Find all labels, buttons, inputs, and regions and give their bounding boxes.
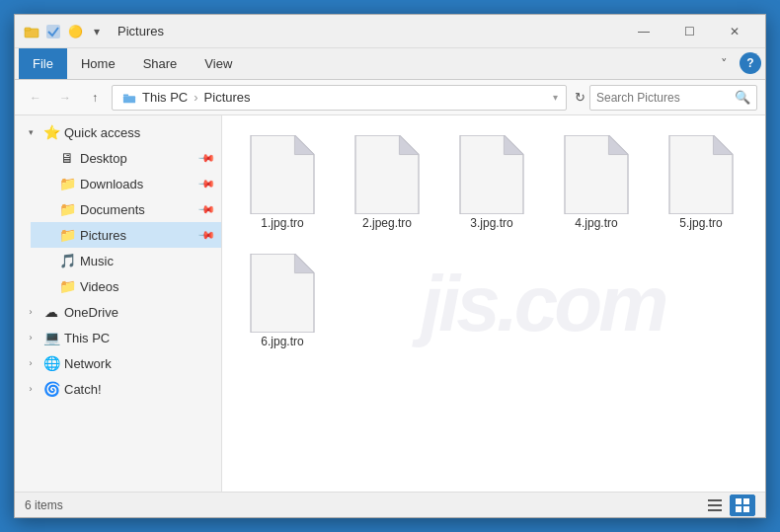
- svg-marker-8: [399, 135, 419, 155]
- status-count: 6 items: [25, 498, 702, 512]
- network-expand-icon: ›: [23, 355, 39, 371]
- svg-marker-6: [294, 135, 314, 155]
- address-bar: ← → ↑ This PC › Pictures ▾ ↻ 🔍: [15, 80, 765, 115]
- view-toggles: [702, 494, 755, 516]
- documents-icon: 📁: [58, 200, 76, 218]
- sidebar-this-pc-label: This PC: [64, 331, 213, 345]
- svg-rect-19: [708, 509, 722, 511]
- sidebar-item-videos[interactable]: 📁 Videos: [31, 273, 221, 299]
- address-path[interactable]: This PC › Pictures ▾: [112, 85, 567, 111]
- path-pictures[interactable]: Pictures: [204, 90, 251, 105]
- svg-rect-3: [123, 94, 128, 96]
- window-title: Pictures: [117, 24, 621, 38]
- sidebar-item-documents[interactable]: 📁 Documents 📌: [31, 196, 221, 222]
- svg-rect-1: [25, 28, 31, 31]
- folder-icon: [23, 23, 40, 40]
- view-list-button[interactable]: [702, 494, 728, 516]
- sidebar-item-catch[interactable]: › 🌀 Catch!: [15, 376, 221, 402]
- svg-rect-17: [708, 499, 722, 501]
- file-item-f2[interactable]: 2.jpeg.tro: [343, 131, 431, 234]
- file-name: 3.jpg.tro: [470, 216, 512, 230]
- refresh-button[interactable]: ↻: [575, 90, 585, 105]
- search-icon: 🔍: [735, 90, 750, 105]
- file-icon: [456, 135, 527, 214]
- this-pc-expand-icon: ›: [23, 330, 39, 345]
- file-item-f5[interactable]: 5.jpg.tro: [657, 131, 745, 234]
- desktop-pin-icon: 📌: [196, 148, 215, 167]
- svg-rect-18: [708, 504, 722, 506]
- sidebar-item-music[interactable]: 🎵 Music: [31, 248, 221, 273]
- forward-button[interactable]: →: [52, 85, 78, 111]
- menu-tab-file[interactable]: File: [19, 48, 67, 79]
- downloads-pin-icon: 📌: [196, 174, 215, 192]
- path-this-pc[interactable]: This PC: [142, 90, 188, 105]
- ribbon-collapse-icon[interactable]: ˅: [712, 52, 736, 76]
- sidebar-videos-label: Videos: [80, 279, 213, 294]
- file-name: 6.jpg.tro: [261, 335, 303, 348]
- menu-tab-home[interactable]: Home: [67, 48, 129, 79]
- up-button[interactable]: ↑: [82, 85, 108, 111]
- search-input[interactable]: [596, 91, 731, 105]
- dropdown-arrow-icon[interactable]: ▾: [88, 23, 106, 40]
- sidebar-pictures-label: Pictures: [80, 228, 195, 243]
- file-icon: [247, 135, 318, 214]
- view-grid-button[interactable]: [730, 494, 755, 516]
- file-name: 4.jpg.tro: [575, 216, 617, 230]
- file-icon: [351, 135, 423, 214]
- sidebar-item-onedrive[interactable]: › ☁ OneDrive: [15, 299, 221, 325]
- menu-tab-view[interactable]: View: [191, 48, 246, 79]
- desktop-icon: 🖥: [58, 149, 76, 167]
- sidebar: ▾ ⭐ Quick access 🖥 Desktop 📌 📁 Downloads…: [15, 115, 222, 492]
- sidebar-network-label: Network: [64, 356, 213, 371]
- file-item-f4[interactable]: 4.jpg.tro: [552, 131, 641, 234]
- quick-access-items: 🖥 Desktop 📌 📁 Downloads 📌 📁 Documents 📌: [15, 145, 221, 299]
- file-name: 5.jpg.tro: [679, 216, 722, 230]
- file-icon: [665, 135, 737, 214]
- files-grid: 1.jpg.tro 2.jpeg.tro 3.jpg.tro 4.jpg.tro: [238, 131, 749, 352]
- onedrive-expand-icon: ›: [23, 304, 39, 320]
- file-item-f3[interactable]: 3.jpg.tro: [447, 131, 536, 234]
- file-icon: [561, 135, 632, 214]
- sidebar-item-pictures[interactable]: 📁 Pictures 📌: [31, 222, 221, 248]
- onedrive-icon: ☁: [42, 303, 60, 321]
- pin-icon: 🟡: [66, 23, 84, 40]
- sidebar-item-downloads[interactable]: 📁 Downloads 📌: [31, 171, 221, 196]
- minimize-button[interactable]: —: [621, 15, 666, 48]
- svg-marker-12: [608, 135, 628, 155]
- downloads-expand-spacer: [39, 176, 54, 191]
- pictures-folder-icon: 📁: [58, 226, 76, 244]
- sidebar-downloads-label: Downloads: [80, 177, 195, 191]
- file-item-f6[interactable]: 6.jpg.tro: [238, 250, 327, 352]
- svg-marker-10: [504, 135, 523, 155]
- path-sep-1: ›: [194, 90, 197, 105]
- sidebar-catch-label: Catch!: [64, 382, 213, 397]
- sidebar-item-network[interactable]: › 🌐 Network: [15, 350, 221, 376]
- documents-expand-spacer: [39, 201, 54, 217]
- quick-access-star-icon: ⭐: [42, 123, 60, 141]
- sidebar-quick-access-label: Quick access: [64, 125, 213, 140]
- file-area: jis.com 1.jpg.tro 2.jpeg.tro 3.jpg.tro: [222, 115, 765, 492]
- sidebar-item-this-pc[interactable]: › 💻 This PC: [15, 325, 221, 350]
- quick-access-expand-icon: ▾: [23, 124, 39, 140]
- back-button[interactable]: ←: [23, 85, 48, 111]
- menu-tab-share[interactable]: Share: [129, 48, 192, 79]
- sidebar-item-desktop[interactable]: 🖥 Desktop 📌: [31, 145, 221, 171]
- network-icon: 🌐: [42, 354, 60, 372]
- close-button[interactable]: ✕: [712, 15, 757, 48]
- search-box[interactable]: 🔍: [589, 85, 757, 111]
- music-icon: 🎵: [58, 252, 76, 269]
- music-expand-spacer: [39, 253, 54, 268]
- sidebar-music-label: Music: [80, 254, 213, 268]
- maximize-button[interactable]: ☐: [666, 15, 712, 48]
- sidebar-onedrive-label: OneDrive: [64, 305, 213, 320]
- help-icon[interactable]: ?: [740, 52, 761, 74]
- menu-bar-right: ˅ ?: [712, 52, 761, 76]
- file-icon: [247, 254, 318, 333]
- path-dropdown-icon[interactable]: ▾: [553, 92, 558, 103]
- desktop-expand-spacer: [39, 150, 54, 166]
- file-item-f1[interactable]: 1.jpg.tro: [238, 131, 327, 234]
- window-controls: — ☐ ✕: [621, 15, 757, 48]
- svg-rect-20: [736, 498, 741, 504]
- sidebar-item-quick-access[interactable]: ▾ ⭐ Quick access: [15, 119, 221, 145]
- svg-marker-16: [294, 254, 314, 273]
